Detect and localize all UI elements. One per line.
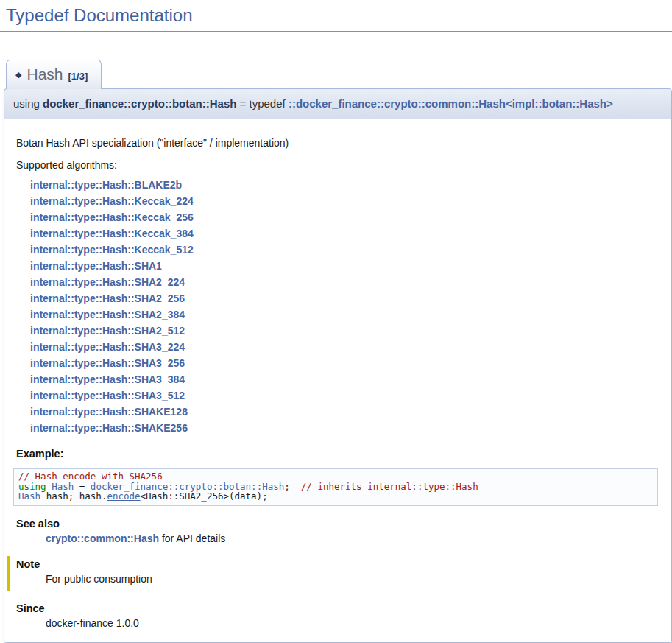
algorithm-link[interactable]: internal::type::Hash::SHA2_512	[30, 323, 662, 339]
member-tab-name: Hash	[26, 66, 63, 82]
example-section: Example:	[16, 448, 662, 460]
algorithm-link[interactable]: internal::type::Hash::SHA3_256	[30, 355, 662, 371]
algorithm-link[interactable]: internal::type::Hash::BLAKE2b	[30, 177, 662, 193]
algorithm-link[interactable]: internal::type::Hash::SHA3_512	[30, 387, 662, 404]
code-line: using Hash = docker_finance::crypto::bot…	[18, 482, 653, 492]
code-link[interactable]: encode	[107, 491, 140, 502]
since-label: Since	[16, 602, 662, 614]
member-description: Botan Hash API specialization ("interfac…	[16, 137, 662, 149]
using-keyword: using	[13, 97, 40, 110]
member-prototype: using docker_finance::crypto::botan::Has…	[4, 88, 672, 119]
note-section: Note For public consumption	[7, 556, 662, 591]
algorithm-link[interactable]: internal::type::Hash::SHA1	[30, 258, 662, 274]
algorithms-label: Supported algorithms:	[16, 159, 662, 171]
member-tab[interactable]: ◆Hash[1/3]	[6, 60, 102, 89]
permalink-diamond-icon[interactable]: ◆	[15, 70, 21, 79]
algorithm-link[interactable]: internal::type::Hash::SHA2_224	[30, 274, 662, 290]
algorithm-link[interactable]: internal::type::Hash::SHA2_384	[30, 306, 662, 323]
code-link[interactable]: Hash	[18, 491, 40, 502]
algorithm-list: internal::type::Hash::BLAKE2binternal::t…	[13, 177, 662, 436]
page-title: Typedef Documentation	[0, 4, 672, 32]
since-section: Since docker-finance 1.0.0	[16, 602, 662, 629]
typedef-equals: = typedef	[240, 97, 286, 110]
algorithm-link[interactable]: internal::type::Hash::Keccak_512	[30, 242, 662, 258]
algorithm-link[interactable]: internal::type::Hash::SHA3_224	[30, 339, 662, 355]
see-also-content: crypto::common::Hash for API details	[46, 533, 662, 544]
note-text: For public consumption	[46, 573, 662, 585]
member-overload-badge: [1/3]	[68, 71, 88, 82]
code-line: // Hash encode with SHA256	[18, 471, 653, 482]
member-qualified-name: docker_finance::crypto::botan::Hash	[43, 97, 236, 110]
code-token: <Hash::SHA2_256>(data);	[141, 491, 268, 502]
code-token: ;	[284, 481, 301, 492]
member-documentation: Botan Hash API specialization ("interfac…	[4, 119, 672, 643]
code-fragment: // Hash encode with SHA256using Hash = d…	[13, 468, 658, 506]
code-line: Hash hash; hash.encode<Hash::SHA2_256>(d…	[18, 491, 653, 502]
see-also-link[interactable]: crypto::common::Hash	[46, 533, 159, 544]
see-also-section: See also crypto::common::Hash for API de…	[16, 518, 662, 544]
since-text: docker-finance 1.0.0	[46, 617, 662, 629]
see-also-text: for API details	[162, 533, 225, 544]
algorithm-link[interactable]: internal::type::Hash::SHAKE128	[30, 404, 662, 420]
note-label: Note	[16, 558, 662, 570]
algorithm-link[interactable]: internal::type::Hash::SHAKE256	[30, 420, 662, 436]
example-label: Example:	[16, 448, 662, 460]
code-token: // inherits internal::type::Hash	[301, 481, 478, 492]
algorithm-link[interactable]: internal::type::Hash::Keccak_256	[30, 209, 662, 225]
algorithm-link[interactable]: internal::type::Hash::SHA3_384	[30, 371, 662, 387]
algorithm-link[interactable]: internal::type::Hash::SHA2_256	[30, 290, 662, 306]
see-also-label: See also	[16, 518, 662, 530]
code-token: hash; hash.	[40, 491, 107, 502]
prototype-type-link[interactable]: ::docker_finance::crypto::common::Hash<i…	[289, 97, 613, 110]
algorithm-link[interactable]: internal::type::Hash::Keccak_224	[30, 193, 662, 209]
page-content: Typedef Documentation ◆Hash[1/3] using d…	[0, 0, 672, 643]
member-item: using docker_finance::crypto::botan::Has…	[4, 88, 672, 643]
algorithm-link[interactable]: internal::type::Hash::Keccak_384	[30, 225, 662, 242]
